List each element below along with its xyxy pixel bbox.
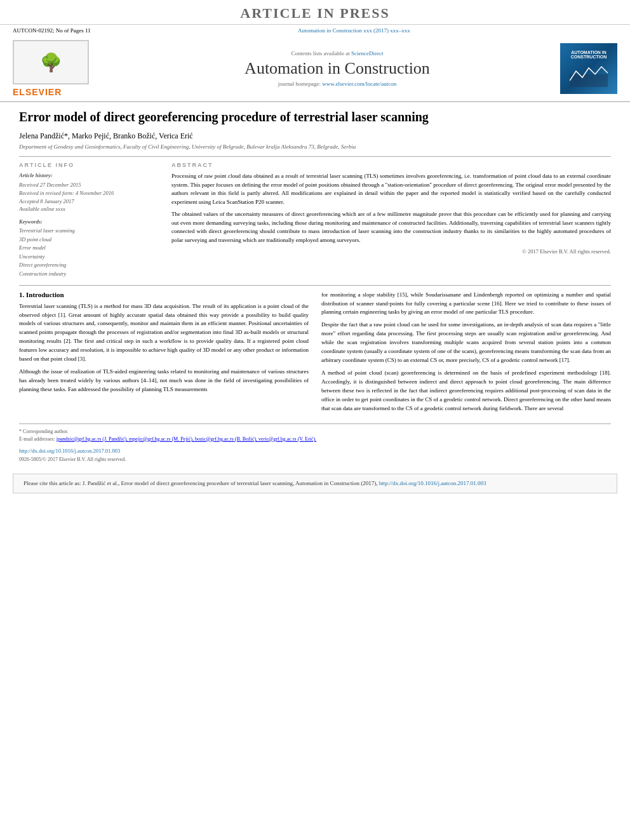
article-in-press-banner: ARTICLE IN PRESS xyxy=(0,0,630,25)
science-direct-link[interactable]: ScienceDirect xyxy=(351,50,383,57)
svg-rect-0 xyxy=(570,74,608,87)
article-info-col: ARTICLE INFO Article history: Received 2… xyxy=(19,162,159,279)
body-right-col: for monitoring a slope stability [15], w… xyxy=(321,291,611,417)
keyword-uncertainty: Uncertainty xyxy=(19,253,159,262)
keyword-error: Error model xyxy=(19,244,159,253)
history-revised: Received in revised form: 4 November 201… xyxy=(19,189,159,197)
elsevier-logo-box: 🌳 xyxy=(13,40,89,84)
journal-homepage: journal homepage: www.elsevier.com/locat… xyxy=(114,81,560,87)
doc-id-line: AUTCON-02192; No of Pages 11 Automation … xyxy=(0,25,630,36)
divider-1 xyxy=(19,156,611,157)
keywords-label: Keywords: xyxy=(19,218,159,225)
doc-id: AUTCON-02192; No of Pages 11 xyxy=(13,27,91,34)
article-content: Error model of direct georeferencing pro… xyxy=(0,102,630,469)
footer-notes: * Corresponding author. E-mail addresses… xyxy=(19,423,611,462)
journal-title: Automation in Construction xyxy=(114,59,560,78)
affiliation-line: Department of Geodesy and Geoinformatics… xyxy=(19,143,611,150)
journal-homepage-link[interactable]: www.elsevier.com/locate/autcon xyxy=(322,81,396,87)
body-section: 1. Introduction Terrestrial laser scanni… xyxy=(19,291,611,417)
history-accepted: Accepted 8 January 2017 xyxy=(19,197,159,206)
info-abstract-section: ARTICLE INFO Article history: Received 2… xyxy=(19,162,611,279)
corresponding-note: * Corresponding author. xyxy=(19,428,611,436)
intro-para-1: Terrestrial laser scanning (TLS) is a me… xyxy=(19,302,309,364)
journal-header: 🌳 ELSEVIER Contents lists available at S… xyxy=(0,36,630,102)
body-left-col: 1. Introduction Terrestrial laser scanni… xyxy=(19,291,309,417)
tree-icon: 🌳 xyxy=(40,52,62,73)
history-online: Available online xxxx xyxy=(19,205,159,213)
abstract-col: ABSTRACT Processing of raw point cloud d… xyxy=(171,162,611,279)
right-para-1: for monitoring a slope stability [15], w… xyxy=(321,291,611,317)
history-label: Article history: xyxy=(19,172,159,178)
contents-available-line: Contents lists available at ScienceDirec… xyxy=(114,50,560,57)
issn-copyright: 0926-5805/© 2017 Elsevier B.V. All right… xyxy=(19,457,611,462)
abstract-copyright: © 2017 Elsevier B.V. All rights reserved… xyxy=(171,248,611,255)
journal-issue-link[interactable]: Automation in Construction xxx (2017) xx… xyxy=(298,27,410,34)
elsevier-wordmark: ELSEVIER xyxy=(13,87,62,97)
keyword-3d: 3D point cloud xyxy=(19,236,159,244)
authors-line: Jelena Pandžić*, Marko Pejić, Branko Bož… xyxy=(19,131,611,141)
journal-cover-image: AUTOMATION IN CONSTRUCTION xyxy=(560,43,617,94)
right-para-3: A method of point cloud (scan) georefere… xyxy=(321,369,611,413)
citation-doi-link[interactable]: http://dx.doi.org/10.1016/j.autcon.2017.… xyxy=(379,480,486,486)
intro-para-2: Although the issue of realization of TLS… xyxy=(19,368,309,394)
keywords-section: Keywords: Terrestrial laser scanning 3D … xyxy=(19,218,159,279)
history-received: Received 27 December 2015 xyxy=(19,181,159,189)
journal-center: Contents lists available at ScienceDirec… xyxy=(114,50,560,87)
abstract-paragraph-2: The obtained values of the uncertainty m… xyxy=(171,210,611,244)
email-line: E-mail addresses: jpandzic@grf.bg.ac.rs … xyxy=(19,436,611,443)
elsevier-logo-area: 🌳 ELSEVIER xyxy=(13,40,114,97)
citation-text: J. Pandžić et al., Error model of direct… xyxy=(83,480,378,486)
divider-2 xyxy=(19,285,611,286)
doi-link[interactable]: http://dx.doi.org/10.1016/j.autcon.2017.… xyxy=(19,448,120,454)
keyword-georef: Direct georeferencing xyxy=(19,261,159,270)
citation-box: Please cite this article as: J. Pandžić … xyxy=(13,474,617,494)
article-info-label: ARTICLE INFO xyxy=(19,162,159,168)
citation-prefix: Please cite this article as: xyxy=(23,480,81,486)
article-title: Error model of direct georeferencing pro… xyxy=(19,109,611,125)
email-link[interactable]: jpandzic@grf.bg.ac.rs (J. Pandžić), mpej… xyxy=(57,436,316,442)
abstract-paragraph-1: Processing of raw point cloud data obtai… xyxy=(171,172,611,206)
keyword-tls: Terrestrial laser scanning xyxy=(19,227,159,236)
abstract-label: ABSTRACT xyxy=(171,162,611,168)
right-para-2: Despite the fact that a raw point cloud … xyxy=(321,321,611,365)
intro-heading: 1. Introduction xyxy=(19,291,309,298)
keyword-construction: Construction industry xyxy=(19,270,159,279)
